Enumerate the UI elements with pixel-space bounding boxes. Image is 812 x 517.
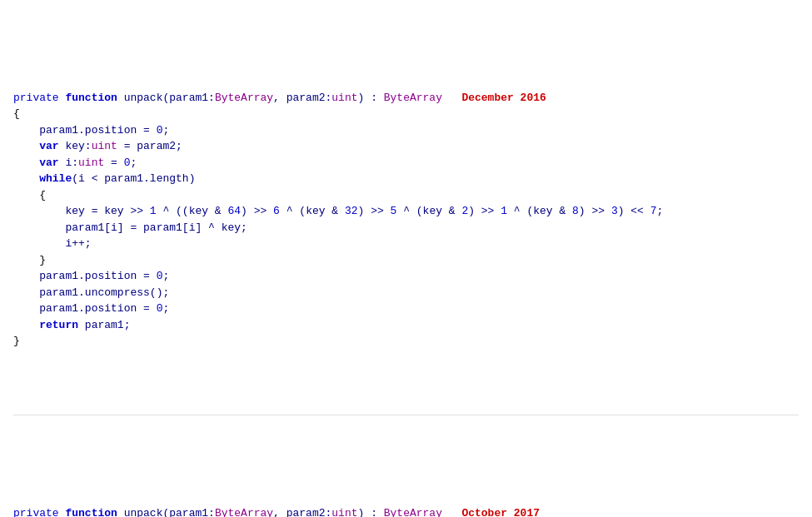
code-view: private function unpack(param1:ByteArray… <box>0 0 812 517</box>
line-1-4: while(i < param1.length) <box>13 172 195 185</box>
code-block-1: private function unpack(param1:ByteArray… <box>13 73 799 350</box>
line-signature-2: private function unpack(param1:ByteArray… <box>13 507 540 518</box>
line-1-7: param1[i] = param1[i] ^ key; <box>13 221 247 234</box>
line-1-3: var i:uint = 0; <box>13 157 137 169</box>
date-label-2: October 2017 <box>461 507 540 518</box>
line-1-2: var key:uint = param2; <box>13 140 182 152</box>
line-1-13: return param1; <box>13 319 130 331</box>
line-1-11: param1.uncompress(); <box>13 286 169 299</box>
code-block-2: private function unpack(param1:ByteArray… <box>13 489 799 517</box>
line-1-1: param1.position = 0; <box>13 124 169 137</box>
line-1-close: } <box>13 335 20 347</box>
line-signature-1: private function unpack(param1:ByteArray… <box>13 92 546 104</box>
line-1-12: param1.position = 0; <box>13 302 169 315</box>
line-1-8: i++; <box>13 237 92 250</box>
line-1-brace: { <box>13 107 20 120</box>
line-1-6: key = key >> 1 ^ ((key & 64) >> 6 ^ (key… <box>13 205 663 217</box>
line-1-5: { <box>13 189 46 201</box>
date-label-1: December 2016 <box>461 92 545 104</box>
block-divider <box>13 415 799 415</box>
line-1-10: param1.position = 0; <box>13 270 169 282</box>
line-1-9: } <box>13 254 46 266</box>
